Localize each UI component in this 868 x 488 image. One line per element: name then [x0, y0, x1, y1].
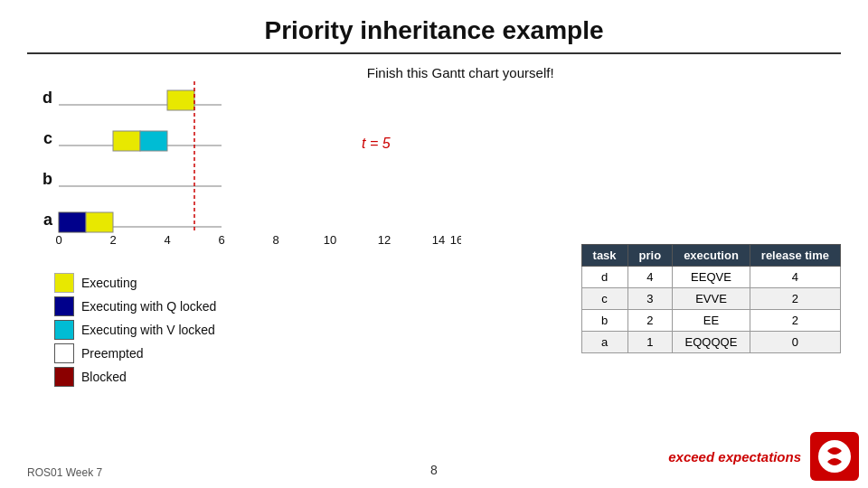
gantt-bar-a-qlock — [59, 212, 86, 232]
row-c-exec: EVVE — [673, 288, 750, 310]
col-header-prio: prio — [627, 245, 673, 267]
footer-right: exceed expectations — [668, 432, 859, 481]
legend-label-blocked: Blocked — [81, 370, 127, 384]
col-header-task: task — [581, 245, 627, 267]
task-table: task prio execution release time d 4 EEQ… — [581, 244, 841, 353]
page-number: 8 — [430, 463, 438, 477]
row-c-release: 2 — [750, 288, 840, 310]
legend-preempted: Preempted — [54, 343, 563, 363]
table-row: c 3 EVVE 2 — [581, 288, 840, 310]
legend-blocked: Blocked — [54, 367, 563, 387]
x-label-12: 12 — [378, 233, 391, 247]
task-table-container: task prio execution release time d 4 EEQ… — [581, 244, 841, 390]
row-c-task: c — [581, 288, 627, 310]
exceed-text: exceed expectations — [668, 449, 801, 465]
task-label-c: c — [43, 129, 52, 147]
x-label-2: 2 — [109, 233, 116, 247]
legend-vlock: Executing with V locked — [54, 320, 563, 340]
task-label-b: b — [42, 170, 52, 188]
gantt-bar-a-exec — [86, 212, 113, 232]
row-d-task: d — [581, 267, 627, 288]
legend-box-vlock — [54, 320, 74, 340]
row-a-release: 0 — [750, 332, 840, 353]
table-row: d 4 EEQVE 4 — [581, 267, 840, 288]
row-b-task: b — [581, 310, 627, 332]
row-a-exec: EQQQQE — [673, 332, 750, 353]
legend-box-executing — [54, 273, 74, 293]
row-b-prio: 2 — [627, 310, 673, 332]
x-label-16: 16 — [450, 233, 461, 247]
legend: Executing Executing with Q locked Execut… — [54, 273, 563, 387]
legend-executing: Executing — [54, 273, 563, 293]
row-a-task: a — [581, 332, 627, 353]
page-title: Priority inheritance example — [264, 16, 603, 44]
row-d-exec: EEQVE — [673, 267, 750, 288]
x-label-6: 6 — [218, 233, 224, 247]
task-label-d: d — [42, 89, 52, 107]
table-row: a 1 EQQQQE 0 — [581, 332, 840, 353]
x-label-0: 0 — [55, 233, 61, 247]
legend-box-preempted — [54, 343, 74, 363]
x-label-8: 8 — [272, 233, 278, 247]
row-b-release: 2 — [750, 310, 840, 332]
row-c-prio: 3 — [627, 288, 673, 310]
x-label-10: 10 — [324, 233, 336, 247]
table-row: b 2 EE 2 — [581, 310, 840, 332]
legend-label-qlock: Executing with Q locked — [81, 299, 216, 314]
gantt-chart-svg: d c b a — [27, 63, 461, 253]
row-d-release: 4 — [750, 267, 840, 288]
legend-qlock: Executing with Q locked — [54, 296, 563, 316]
title-area: Priority inheritance example — [27, 0, 841, 54]
footer-left: ROS01 Week 7 — [27, 466, 102, 479]
svg-point-5 — [818, 440, 851, 473]
legend-label-preempted: Preempted — [81, 346, 143, 361]
x-label-4: 4 — [164, 233, 170, 247]
task-label-a: a — [43, 211, 53, 229]
gantt-bar-c-vlock — [140, 131, 167, 151]
col-header-release: release time — [750, 245, 840, 267]
gantt-bar-c-exec — [113, 131, 140, 151]
row-d-prio: 4 — [627, 267, 673, 288]
x-label-14: 14 — [432, 233, 445, 247]
legend-box-blocked — [54, 367, 74, 387]
legend-label-executing: Executing — [81, 276, 137, 290]
gantt-bar-d-exec — [167, 90, 194, 110]
legend-label-vlock: Executing with V locked — [81, 323, 215, 337]
logo-svg — [815, 436, 854, 476]
row-b-exec: EE — [673, 310, 750, 332]
logo-box — [810, 432, 859, 481]
t5-label: t = 5 — [362, 136, 391, 152]
row-a-prio: 1 — [627, 332, 673, 353]
col-header-execution: execution — [673, 245, 750, 267]
legend-box-qlock — [54, 296, 74, 316]
